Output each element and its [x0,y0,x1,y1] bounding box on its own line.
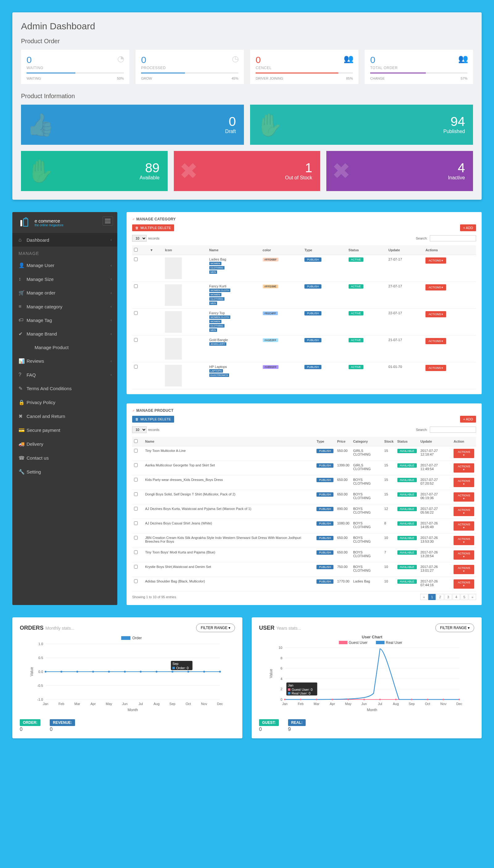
table-header[interactable]: ▼ [148,245,163,255]
records-select[interactable]: 10 [132,235,147,242]
table-header[interactable]: Status [347,245,386,255]
page-link[interactable]: 4 [453,594,460,600]
row-checkbox[interactable] [134,338,138,342]
svg-point-72 [379,699,381,700]
row-checkbox[interactable] [134,311,138,315]
info-tile[interactable]: ✋ 94 Published [250,104,473,145]
row-checkbox[interactable] [134,492,138,496]
row-checkbox[interactable] [134,521,138,525]
sidebar-item[interactable]: ↕ Manage Size ‹ [12,272,117,286]
sidebar-item[interactable]: 🏷 Manage Tag ‹ [12,313,117,327]
multiple-delete-button[interactable]: 🗑 MULTIPLE DELETE [132,416,174,423]
sidebar-item[interactable]: ☎ Contact us [12,451,117,465]
sidebar-item[interactable]: ≡ Manage category ‹ [12,300,117,313]
sidebar-item[interactable]: ✖ Cancel and Return [12,409,117,423]
info-tile[interactable]: 👍 0 Draft [21,104,244,145]
table-header[interactable]: Type [303,245,346,255]
search-input[interactable] [430,427,476,433]
sidebar-item[interactable]: Manage Product [12,341,117,354]
table-header[interactable]: Type [315,437,335,446]
sidebar-item[interactable]: ⌂ Dashboard ‹ [12,233,117,247]
user-chart[interactable]: 0246810JanFebMarAprMayJunJulAugSepOctNov… [259,635,474,715]
page-link[interactable]: » [469,594,476,600]
svg-point-30 [171,671,173,673]
row-checkbox[interactable] [134,507,138,510]
table-header[interactable]: Name [143,437,315,446]
sidebar-item[interactable]: 🛒 Manage order ‹ [12,286,117,300]
page-link[interactable]: 1 [428,594,436,600]
row-checkbox[interactable] [134,463,138,467]
row-checkbox[interactable] [134,257,138,261]
actions-button[interactable]: ACTIONS ▾ [454,579,474,589]
row-checkbox[interactable] [134,284,138,288]
page-link[interactable]: 2 [436,594,444,600]
row-checkbox[interactable] [134,579,138,583]
row-checkbox[interactable] [134,551,138,554]
sidebar-item[interactable]: ? FAQ ‹ [12,368,117,382]
row-checkbox[interactable] [134,565,138,568]
actions-button[interactable]: ACTIONS ▾ [425,338,446,344]
row-checkbox[interactable] [134,365,138,369]
stat-card: 👥 0 CENCEL DRIVER JOINING85% [250,50,359,84]
tile-number: 94 [451,115,465,128]
table-header[interactable]: Update [419,437,452,446]
sidebar-item[interactable]: ✔ Manage Brand ‹ [12,327,117,341]
table-header[interactable]: Name [208,245,261,255]
filter-range-button[interactable]: FILTER RANGE ▾ [435,623,474,632]
info-tile[interactable]: ✖ 4 Inactive [326,151,473,191]
table-header[interactable]: Update [386,245,424,255]
sidebar-item[interactable]: 🔒 Privacy Policy [12,396,117,409]
actions-button[interactable]: ACTIONS ▾ [425,311,446,317]
actions-button[interactable]: ACTIONS ▾ [425,257,446,264]
table-header[interactable]: Actions [424,245,476,255]
sidebar-item[interactable]: 👤 Manage User ‹ [12,258,117,272]
sidebar-item[interactable]: ✎ Terms And Conditions [12,382,117,396]
filter-range-button[interactable]: FILTER RANGE ▾ [196,623,235,632]
actions-button[interactable]: ACTIONS ▾ [454,449,474,458]
actions-button[interactable]: ACTIONS ▾ [425,284,446,290]
table-header[interactable] [139,437,143,446]
actions-button[interactable]: ACTIONS ▾ [425,365,446,371]
table-header[interactable]: Category [352,437,382,446]
table-header[interactable]: Price [335,437,352,446]
table-header[interactable]: Status [396,437,419,446]
sidebar-item[interactable]: 💳 Secure payment [12,423,117,437]
sidebar-item[interactable]: 🔧 Setting [12,465,117,479]
select-all-checkbox[interactable] [134,248,138,252]
add-button[interactable]: + ADD [460,416,476,423]
orders-chart[interactable]: 1.00.50.0-0.5-1.0JanFebMarAprMayJunJulAu… [20,635,235,715]
actions-button[interactable]: ACTIONS ▾ [454,492,474,502]
table-header[interactable]: color [261,245,303,255]
info-tile[interactable]: ✖ 1 Out of Stock [174,151,321,191]
actions-button[interactable]: ACTIONS ▾ [454,521,474,531]
actions-button[interactable]: ACTIONS ▾ [454,551,474,560]
select-all-checkbox[interactable] [134,439,138,443]
category: Ladies Bag [352,577,382,592]
actions-button[interactable]: ACTIONS ▾ [454,478,474,487]
stock: 10 [382,577,396,592]
sidebar-item[interactable]: 📊 Reviews ‹ [12,354,117,368]
page-link[interactable]: « [420,594,428,600]
row-checkbox[interactable] [134,536,138,540]
actions-button[interactable]: ACTIONS ▾ [454,565,474,574]
page-link[interactable]: 5 [461,594,468,600]
actions-button[interactable]: ACTIONS ▾ [454,536,474,545]
add-button[interactable]: + ADD [460,225,476,231]
page-link[interactable]: 3 [444,594,452,600]
multiple-delete-button[interactable]: 🗑 MULTIPLE DELETE [132,225,174,231]
table-header[interactable]: Stock [382,437,396,446]
row-checkbox[interactable] [134,449,138,452]
table-header[interactable] [132,245,148,255]
records-select[interactable]: 10 [132,426,147,433]
actions-button[interactable]: ACTIONS ▾ [454,507,474,516]
info-tile[interactable]: ✋ 89 Available [21,151,168,191]
sidebar-item[interactable]: 🚚 Delivery [12,437,117,451]
menu-toggle-button[interactable] [102,216,113,226]
row-checkbox[interactable] [134,478,138,482]
search-input[interactable] [430,235,476,242]
table-header[interactable]: Action [452,437,476,446]
table-row: HP LaptopsLAPTOPSELECTRONICS #AB91FF PUB… [132,362,476,389]
actions-button[interactable]: ACTIONS ▾ [454,463,474,472]
table-header[interactable]: Icon [163,245,207,255]
table-header[interactable] [132,437,139,446]
